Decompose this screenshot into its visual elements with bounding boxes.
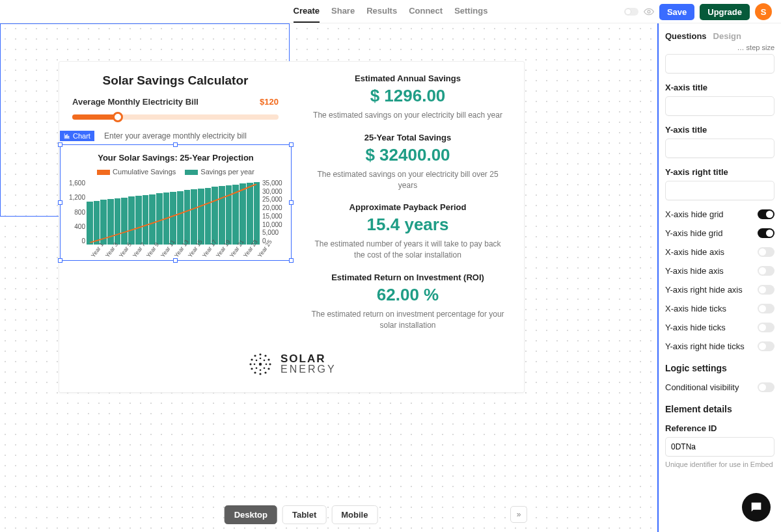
metric-desc-3: The estimated return on investment perce… <box>310 309 506 331</box>
svg-point-5 <box>268 367 270 369</box>
metric-value-3: 62.00 % <box>310 285 506 305</box>
tab-share[interactable]: Share <box>331 0 355 23</box>
toggle-label-5: X-axis hide ticks <box>665 304 726 313</box>
reference-id-hint: Unique identifier for use in Embed <box>665 460 774 468</box>
page-title: Solar Savings Calculator <box>72 73 279 88</box>
svg-rect-22 <box>66 136 66 138</box>
toggle-0[interactable] <box>758 209 774 219</box>
svg-point-3 <box>268 358 270 360</box>
chart-title: Your Solar Savings: 25-Year Projection <box>66 153 286 163</box>
metric-label-3: Estimated Return on Investment (ROI) <box>310 273 506 282</box>
side-panel: QuestionsDesign … step size X-axis title… <box>657 23 781 532</box>
collapse-sidepanel-button[interactable]: » <box>510 506 527 523</box>
toggle-5[interactable] <box>758 304 774 313</box>
y-axis-right-title-input[interactable] <box>665 181 774 200</box>
svg-point-15 <box>266 363 267 365</box>
svg-point-7 <box>260 373 262 375</box>
reference-id-label: Reference ID <box>665 423 774 433</box>
toggle-label-6: Y-axis hide ticks <box>665 323 726 332</box>
tab-connect[interactable]: Connect <box>409 0 443 23</box>
metric-label-2: Approximate Payback Period <box>310 202 506 212</box>
toggle-2[interactable] <box>758 247 774 257</box>
svg-point-14 <box>264 359 266 361</box>
y-axis-title-input[interactable] <box>665 139 774 158</box>
y-axis-title-label: Y-axis title <box>665 125 774 135</box>
toggle-4[interactable] <box>758 285 774 295</box>
logo: SOLAR ENERGY <box>59 351 524 378</box>
sidepanel-tab-questions[interactable]: Questions <box>665 31 707 41</box>
device-mobile[interactable]: Mobile <box>331 505 377 524</box>
truncated-heading: … step size <box>665 44 774 51</box>
svg-rect-24 <box>68 136 69 137</box>
toggle-7[interactable] <box>758 341 774 351</box>
svg-point-1 <box>260 353 262 355</box>
svg-point-11 <box>251 358 253 360</box>
toggle-6[interactable] <box>758 323 774 332</box>
svg-point-12 <box>254 354 256 356</box>
device-desktop[interactable]: Desktop <box>225 505 277 524</box>
save-button[interactable]: Save <box>659 4 694 20</box>
toggle-label-2: X-axis hide axis <box>665 247 724 257</box>
svg-point-9 <box>251 367 253 369</box>
svg-point-0 <box>648 10 650 13</box>
preview-icon[interactable] <box>644 7 654 17</box>
selection-tag: Chart <box>60 131 94 141</box>
x-axis-title-input[interactable] <box>665 96 774 116</box>
device-tablet[interactable]: Tablet <box>282 505 326 524</box>
toggle-label-4: Y-axis right hide axis <box>665 285 743 295</box>
svg-point-10 <box>250 363 252 365</box>
slider-label: Average Monthly Electricity Bill <box>72 97 199 107</box>
logic-heading: Logic settings <box>665 363 774 373</box>
conditional-visibility-toggle[interactable] <box>758 382 774 392</box>
svg-point-18 <box>256 367 258 369</box>
toggle-label-1: Y-axis hide grid <box>665 228 722 238</box>
svg-point-21 <box>259 362 262 365</box>
avatar[interactable]: S <box>755 3 772 20</box>
tab-results[interactable]: Results <box>366 0 397 23</box>
toggle-label-0: X-axis hide grid <box>665 209 724 219</box>
sidepanel-tab-design[interactable]: Design <box>713 31 741 41</box>
preview-toggle[interactable] <box>624 8 638 16</box>
svg-point-13 <box>260 357 262 359</box>
svg-point-19 <box>254 363 256 365</box>
element-details-heading: Element details <box>665 404 774 414</box>
toggle-label-7: Y-axis right hide ticks <box>665 341 745 351</box>
metric-desc-2: The estimated number of years it will ta… <box>310 239 506 261</box>
metric-value-1: $ 32400.00 <box>310 145 506 165</box>
reference-id-input[interactable] <box>665 437 774 457</box>
svg-rect-23 <box>67 135 68 138</box>
svg-point-17 <box>260 369 262 371</box>
svg-point-8 <box>254 371 256 373</box>
conditional-visibility-label: Conditional visibility <box>665 382 739 392</box>
metric-desc-1: The estimated savings on your electricit… <box>310 169 506 191</box>
metric-desc-0: The estimated savings on your electricit… <box>310 110 506 121</box>
metric-value-2: 15.4 years <box>310 215 506 235</box>
metric-label-0: Estimated Annual Savings <box>310 73 506 83</box>
toggle-3[interactable] <box>758 266 774 276</box>
tab-create[interactable]: Create <box>294 0 320 23</box>
metric-value-0: $ 1296.00 <box>310 86 506 106</box>
tab-settings[interactable]: Settings <box>454 0 487 23</box>
step-size-input[interactable] <box>665 54 774 73</box>
y-axis-right-title-label: Y-axis right title <box>665 167 774 177</box>
svg-point-16 <box>264 367 266 369</box>
toggle-label-3: Y-axis hide axis <box>665 266 724 276</box>
x-axis-title-label: X-axis title <box>665 83 774 92</box>
chart-legend: Cumulative Savings Savings per year <box>66 168 286 176</box>
upgrade-button[interactable]: Upgrade <box>700 4 750 20</box>
svg-point-6 <box>265 371 267 373</box>
svg-point-20 <box>256 359 258 361</box>
slider-hint: Enter your average monthly electricity b… <box>72 131 279 140</box>
svg-point-2 <box>265 354 267 356</box>
chart-element[interactable]: Chart Your Solar Savings: 25-Year Projec… <box>60 144 292 261</box>
slider-value: $120 <box>260 97 279 107</box>
svg-point-4 <box>269 363 271 365</box>
canvas[interactable]: Solar Savings Calculator Average Monthly… <box>0 23 657 532</box>
intercom-button[interactable] <box>742 493 771 522</box>
metric-label-1: 25-Year Total Savings <box>310 133 506 142</box>
toggle-1[interactable] <box>758 228 774 238</box>
bill-slider[interactable] <box>72 114 279 120</box>
